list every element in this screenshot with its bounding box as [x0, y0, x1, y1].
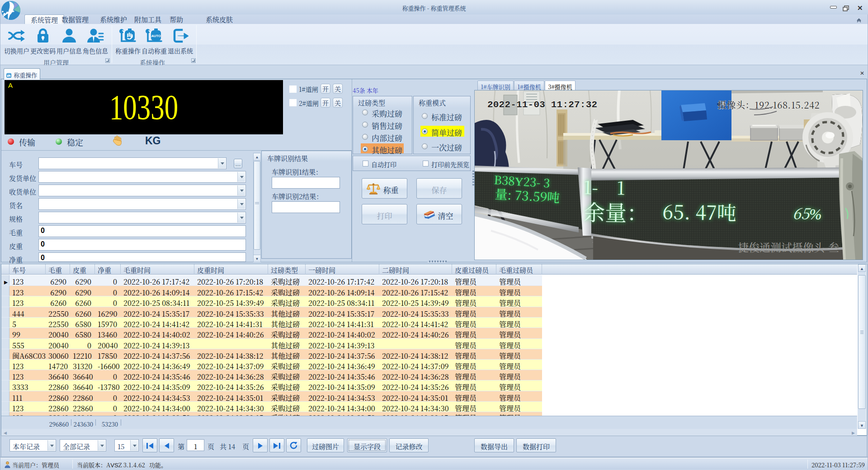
svg-text:摄像头：192.168.15.242: 摄像头：192.168.15.242: [717, 98, 820, 111]
svg-text:65. 47吨: 65. 47吨: [662, 197, 736, 226]
svg-text:65%: 65%: [793, 202, 822, 223]
svg-text:捷俊通测试摄像头-叁: 捷俊通测试摄像头-叁: [738, 239, 839, 255]
svg-text:AUTO: AUTO: [151, 34, 160, 38]
svg-text:2022-11-03 11:27:32: 2022-11-03 11:27:32: [487, 100, 597, 110]
svg-text:余量：: 余量：: [583, 195, 649, 228]
